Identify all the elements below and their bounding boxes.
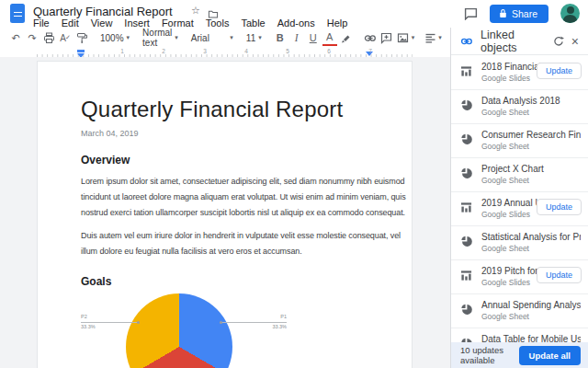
font-size-select[interactable]: 11▾: [243, 33, 265, 43]
lock-icon: [499, 8, 507, 18]
insert-image-caret[interactable]: ▾: [412, 34, 415, 41]
highlight-color-icon[interactable]: [339, 29, 354, 46]
underline-button[interactable]: U: [306, 29, 321, 46]
linked-object-title: Data Table for Mobile Usage: [481, 334, 581, 342]
pie-graphic[interactable]: [126, 293, 232, 368]
linked-object-item[interactable]: Statistical Analysis for Project XGoogle…: [451, 226, 588, 260]
linked-object-title: Statistical Analysis for Project X: [481, 232, 581, 242]
slides-chart-icon: [460, 201, 472, 217]
share-label: Share: [512, 8, 537, 19]
linked-object-item[interactable]: Consumer Research FindingsGoogle Sheet: [451, 124, 588, 158]
linked-object-item[interactable]: 2019 Annual UpdateGoogle SlidesUpdate: [451, 192, 588, 226]
linked-object-title: Consumer Research Findings: [481, 130, 581, 140]
insert-image-icon[interactable]: [396, 29, 411, 46]
add-comment-icon[interactable]: [379, 29, 394, 46]
linked-objects-sidebar: Linked objects × 2018 Financial Report..…: [450, 28, 588, 368]
sheet-pie-icon: [460, 303, 472, 319]
sheet-pie-icon: [460, 167, 472, 183]
sidebar-title: Linked objects: [481, 29, 546, 54]
menu-item-table[interactable]: Table: [241, 17, 265, 29]
update-button[interactable]: Update: [537, 63, 582, 79]
linked-objects-list: 2018 Financial Report...Google SlidesUpd…: [451, 56, 588, 342]
font-select[interactable]: Arial▾: [188, 33, 236, 43]
doc-date[interactable]: March 04, 2019: [81, 129, 370, 138]
doc-paragraph[interactable]: Lorem ipsum dolor sit amet, consectetuer…: [81, 174, 370, 221]
linked-object-source: Google Sheet: [481, 176, 581, 185]
bold-button[interactable]: B: [273, 29, 288, 46]
ruler-number: 5: [286, 48, 289, 54]
linked-object-source: Google Sheet: [481, 312, 581, 321]
pie-callout-left-line: [81, 322, 139, 323]
menu-item-file[interactable]: File: [33, 17, 50, 29]
ruler-number: 1: [120, 48, 124, 54]
menu-item-edit[interactable]: Edit: [62, 17, 79, 29]
linked-object-source: Google Sheet: [481, 142, 581, 151]
menu-item-insert[interactable]: Insert: [124, 17, 150, 29]
zoom-select[interactable]: 100%▾: [97, 33, 132, 43]
linked-object-title: Annual Spending Analysis - 2019: [481, 300, 581, 310]
linked-object-item[interactable]: Annual Spending Analysis - 2019Google Sh…: [451, 294, 588, 328]
insert-link-icon[interactable]: [363, 29, 378, 46]
pie-chart[interactable]: P2 33.3% P1 33.3%: [81, 292, 370, 368]
print-icon[interactable]: [41, 29, 56, 46]
italic-button[interactable]: I: [289, 29, 304, 46]
menu-item-help[interactable]: Help: [327, 17, 348, 29]
sidebar-footer: 10 updates available Update all: [451, 342, 588, 368]
sheet-pie-icon: [460, 98, 472, 115]
overview-paragraphs[interactable]: Lorem ipsum dolor sit amet, consectetuer…: [81, 174, 370, 259]
linked-object-item[interactable]: Data Table for Mobile UsageGoogle Sheet: [451, 328, 588, 342]
page[interactable]: Quarterly Financial Report March 04, 201…: [37, 61, 413, 368]
align-icon[interactable]: [423, 29, 437, 46]
ruler-number: 3: [203, 48, 207, 54]
linked-object-item[interactable]: 2018 Financial Report...Google SlidesUpd…: [451, 56, 588, 90]
pie-callout-right-dot: [220, 321, 222, 324]
redo-icon[interactable]: ↷: [25, 29, 40, 46]
document-title-field[interactable]: Quarterly Financial Report: [33, 5, 173, 18]
ruler-number: 2: [162, 48, 165, 54]
pie-callout-right-percent: 33.3%: [259, 324, 287, 330]
account-avatar[interactable]: [560, 4, 580, 23]
pie-callout-left-dot: [137, 321, 140, 324]
sidebar-header: Linked objects ×: [451, 28, 588, 55]
ruler-number: 7: [368, 48, 372, 54]
align-caret[interactable]: ▾: [438, 34, 442, 41]
update-button[interactable]: Update: [537, 267, 582, 283]
sheet-pie-icon: [460, 132, 472, 149]
update-all-button[interactable]: Update all: [519, 346, 581, 365]
section-heading-goals[interactable]: Goals: [81, 275, 370, 288]
ruler: 1234567: [0, 48, 450, 57]
linked-object-item[interactable]: 2019 Pitch for Consu...Google SlidesUpda…: [451, 260, 588, 294]
paragraph-style-select[interactable]: Normal text▾: [140, 28, 181, 48]
doc-paragraph[interactable]: Duis autem vel eum iriure dolor in hendr…: [81, 228, 370, 259]
paint-format-icon[interactable]: [74, 29, 89, 46]
undo-icon[interactable]: ↶: [8, 29, 23, 46]
toolbar: ↶ ↷ A✓ 100%▾ Normal text▾ Arial▾ 11▾ B I…: [0, 28, 450, 48]
menu-item-view[interactable]: View: [91, 17, 113, 29]
refresh-icon[interactable]: [553, 36, 564, 47]
close-icon[interactable]: ×: [571, 34, 579, 49]
document-content[interactable]: Quarterly Financial Report March 04, 201…: [81, 62, 370, 368]
linked-object-item[interactable]: Data Analysis 2018Google Sheet: [451, 90, 588, 124]
pie-callout-left-percent: 33.3%: [81, 324, 96, 330]
linked-object-item[interactable]: Project X ChartGoogle Sheet: [451, 158, 588, 192]
comments-icon[interactable]: [464, 7, 478, 20]
menu-bar: FileEditViewInsertFormatToolsTableAdd-on…: [33, 17, 347, 29]
ruler-number: 6: [327, 48, 331, 54]
doc-heading-title[interactable]: Quarterly Financial Report: [81, 97, 370, 122]
pie-callout-right-line: [220, 322, 287, 323]
menu-item-add-ons[interactable]: Add-ons: [277, 17, 315, 29]
spellcheck-icon[interactable]: A✓: [58, 29, 73, 46]
share-button[interactable]: Share: [490, 5, 548, 23]
star-icon[interactable]: ☆: [191, 5, 200, 17]
slides-chart-icon: [460, 64, 472, 81]
updates-available-status: 10 updates available: [460, 345, 519, 365]
menu-item-format[interactable]: Format: [162, 17, 194, 29]
linked-object-source: Google Sheet: [481, 108, 581, 117]
google-docs-icon[interactable]: [10, 4, 25, 23]
menu-item-tools[interactable]: Tools: [206, 17, 230, 29]
linked-object-title: Project X Chart: [481, 164, 581, 174]
section-heading-overview[interactable]: Overview: [81, 154, 370, 167]
linked-object-title: Data Analysis 2018: [481, 96, 581, 106]
update-button[interactable]: Update: [537, 199, 582, 215]
text-color-button[interactable]: A: [322, 29, 337, 46]
